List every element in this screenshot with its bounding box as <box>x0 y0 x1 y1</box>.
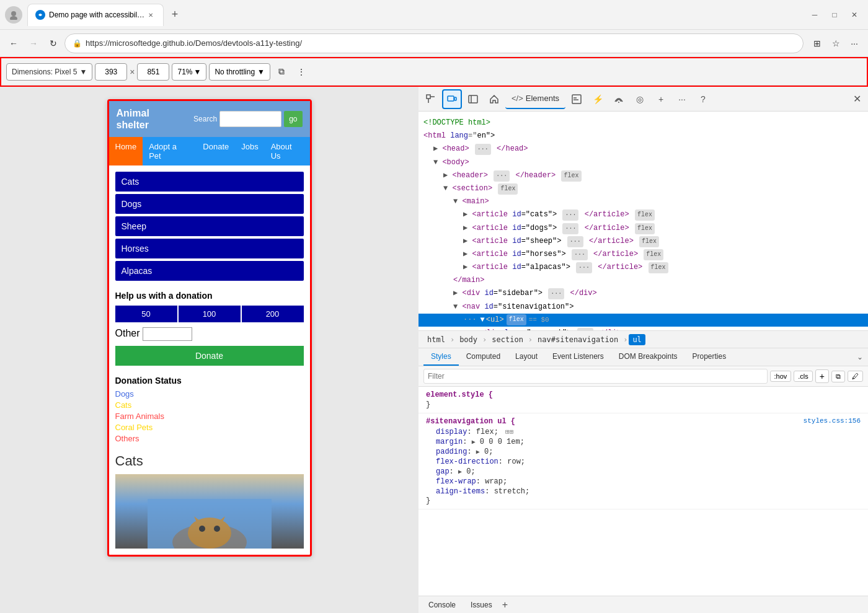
extensions-button[interactable]: ⊞ <box>808 35 826 52</box>
devtools-help-button[interactable]: ? <box>693 89 713 109</box>
elements-tab[interactable]: </> Elements <box>505 89 565 109</box>
cls-button[interactable]: .cls <box>794 371 813 382</box>
home-button[interactable] <box>484 89 504 109</box>
network-tab-icon[interactable] <box>609 89 629 109</box>
nav-about[interactable]: About Us <box>265 137 310 165</box>
layout-tab[interactable]: Layout <box>508 348 545 366</box>
add-panel-button[interactable]: + <box>502 599 508 611</box>
amount-100[interactable]: 100 <box>179 306 241 322</box>
dom-header[interactable]: ▶ <header> ··· </header> flex <box>418 169 868 182</box>
dom-doctype[interactable]: <!DOCTYPE html> <box>418 117 868 130</box>
more-options-button[interactable]: ⋮ <box>293 63 310 81</box>
reload-button[interactable]: ↻ <box>45 35 62 52</box>
other-input[interactable] <box>143 327 192 341</box>
animal-horses[interactable]: Horses <box>115 239 304 258</box>
dom-main[interactable]: ▼ <main> <box>418 195 868 208</box>
dom-article-cats[interactable]: ▶ <article id="cats"> ··· </article> fle… <box>418 208 868 221</box>
device-selector[interactable]: Dimensions: Pixel 5 ▼ <box>6 63 92 81</box>
dom-ul-selected[interactable]: ··· ▼ <ul> flex == $0 <box>418 314 868 327</box>
animal-alpacas[interactable]: Alpacas <box>115 261 304 281</box>
close-window-button[interactable]: ✕ <box>846 6 863 24</box>
bc-ul[interactable]: ul <box>629 334 645 345</box>
dom-article-horses[interactable]: ▶ <article id="horses"> ··· </article> f… <box>418 248 868 261</box>
more-tabs-button[interactable]: + <box>651 89 671 109</box>
browser-menu-button[interactable]: ··· <box>846 35 863 52</box>
nav-adopt[interactable]: Adopt a Pet <box>143 137 197 165</box>
animal-cats[interactable]: Cats <box>115 172 304 192</box>
sidebar-toggle-button[interactable] <box>463 89 483 109</box>
performance-tab-icon[interactable]: ◎ <box>630 89 650 109</box>
inspect-element-button[interactable] <box>421 89 441 109</box>
svg-rect-12 <box>454 97 456 100</box>
copy-style-button[interactable]: ⧉ <box>831 371 845 382</box>
amount-200[interactable]: 200 <box>242 306 304 322</box>
new-style-button[interactable]: 🖊 <box>848 371 863 382</box>
device-frame: Animal shelter Search go Home Adopt a Pe… <box>107 99 312 557</box>
width-input[interactable] <box>95 63 127 81</box>
profile-avatar[interactable] <box>5 6 22 24</box>
console-tab-icon[interactable] <box>567 89 587 109</box>
devtools-header-tabs: </> Elements ⚡ ◎ + ··· ? ✕ <box>418 87 868 112</box>
dom-main-close[interactable]: </main> <box>418 274 868 287</box>
dom-article-sheep[interactable]: ▶ <article id="sheep"> ··· </article> fl… <box>418 235 868 248</box>
styles-source-link[interactable]: styles.css:156 <box>804 417 861 427</box>
sources-tab-icon[interactable]: ⚡ <box>588 89 608 109</box>
throttle-selector[interactable]: No throttling ▼ <box>209 63 270 81</box>
dom-body[interactable]: ▼ <body> <box>418 156 868 169</box>
nav-donate[interactable]: Donate <box>197 137 235 165</box>
dom-article-dogs[interactable]: ▶ <article id="dogs"> ··· </article> fle… <box>418 222 868 235</box>
hov-button[interactable]: :hov <box>770 371 792 382</box>
minimize-button[interactable]: ─ <box>806 6 823 24</box>
animal-sheep[interactable]: Sheep <box>115 216 304 236</box>
bc-nav[interactable]: nav#sitenavigation <box>534 334 622 345</box>
forward-button[interactable]: → <box>25 35 42 52</box>
dom-tree[interactable]: <!DOCTYPE html> <html lang="en"> ▶ <head… <box>418 112 868 331</box>
active-tab[interactable]: Demo page with accessibility issu... ✕ <box>27 4 164 26</box>
dom-html[interactable]: <html lang="en"> <box>418 130 868 143</box>
console-bottom-tab[interactable]: Console <box>423 598 461 612</box>
go-button[interactable]: go <box>284 111 302 127</box>
height-input[interactable] <box>137 63 169 81</box>
issues-bottom-tab[interactable]: Issues <box>466 598 497 612</box>
bc-sep-4: › <box>623 335 627 344</box>
dom-section[interactable]: ▼ <section> flex <box>418 182 868 195</box>
dom-li-current[interactable]: ▶ <li class="current"> ··· </li> <box>418 327 868 331</box>
dom-nav[interactable]: ▼ <nav id="sitenavigation"> <box>418 301 868 314</box>
search-input[interactable] <box>219 111 281 127</box>
overflow-icon[interactable]: ⌄ <box>857 353 863 361</box>
computed-tab[interactable]: Computed <box>459 348 508 366</box>
cats-section: Cats <box>115 453 304 549</box>
filter-input[interactable] <box>423 369 768 384</box>
bc-html[interactable]: html <box>423 334 449 345</box>
add-style-button[interactable]: + <box>815 369 829 383</box>
zoom-selector[interactable]: 71% ▼ <box>172 63 206 81</box>
nav-home[interactable]: Home <box>109 137 143 165</box>
css-padding: padding: ▶ 0; <box>426 447 861 457</box>
event-listeners-tab[interactable]: Event Listeners <box>545 348 611 366</box>
amount-50[interactable]: 50 <box>115 306 177 322</box>
new-tab-button[interactable]: + <box>166 6 184 24</box>
donation-status: Donation Status Dogs Cats Farm Animals C… <box>115 376 304 443</box>
dom-sidebar[interactable]: ▶ <div id="sidebar"> ··· </div> <box>418 287 868 300</box>
devtools-close-button[interactable]: ✕ <box>848 90 866 108</box>
dom-head[interactable]: ▶ <head> ··· </head> <box>418 143 868 156</box>
throttle-dropdown-icon: ▼ <box>257 68 265 76</box>
properties-tab[interactable]: Properties <box>685 348 734 366</box>
address-bar[interactable]: 🔒 https://microsoftedge.github.io/Demos/… <box>64 33 804 53</box>
tab-close-button[interactable]: ✕ <box>146 10 156 20</box>
bc-section[interactable]: section <box>488 334 527 345</box>
bc-body[interactable]: body <box>456 334 481 345</box>
dom-article-alpacas[interactable]: ▶ <article id="alpacas"> ··· </article> … <box>418 261 868 274</box>
animal-dogs[interactable]: Dogs <box>115 194 304 214</box>
maximize-button[interactable]: □ <box>826 6 843 24</box>
back-button[interactable]: ← <box>5 35 22 52</box>
devtools-more-button[interactable]: ··· <box>672 89 692 109</box>
dom-breakpoints-tab[interactable]: DOM Breakpoints <box>611 348 685 366</box>
donate-button[interactable]: Donate <box>115 346 304 366</box>
favorites-button[interactable]: ☆ <box>827 35 844 52</box>
styles-tab[interactable]: Styles <box>423 348 459 366</box>
nav-jobs[interactable]: Jobs <box>235 137 264 165</box>
device-emulation-button[interactable] <box>442 89 462 109</box>
elements-tab-label: Elements <box>526 94 559 103</box>
screenshot-button[interactable]: ⧉ <box>273 63 290 81</box>
